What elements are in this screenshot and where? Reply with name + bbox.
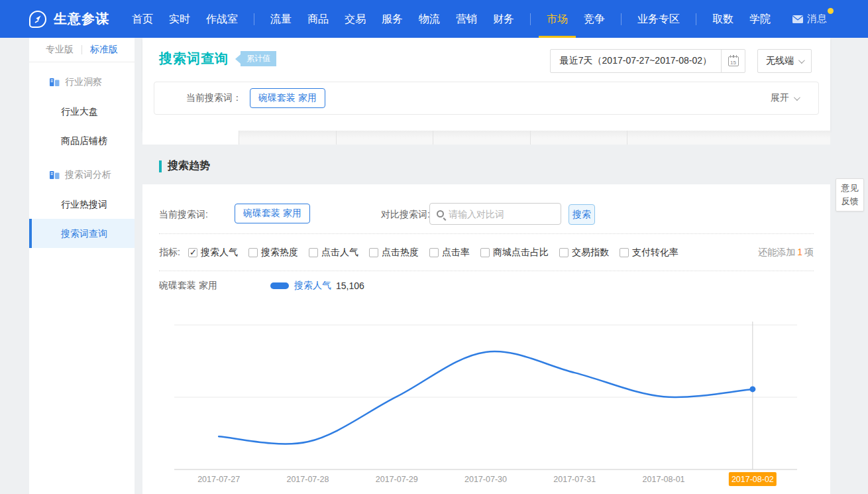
tag-arrow [235,54,241,64]
nav-item-realtime[interactable]: 实时 [161,0,198,38]
checkbox-checked-icon[interactable] [188,248,197,257]
nav-item-market-active[interactable]: 市场 [539,0,576,38]
legend-keyword: 碗碟套装 家用 [159,280,270,292]
sidebar-item-hot-search-words[interactable]: 行业热搜词 [29,190,135,219]
nav-item-trade[interactable]: 交易 [337,0,374,38]
nav-item-logistics[interactable]: 物流 [411,0,448,38]
current-search-word-label: 当前搜索词： [186,92,242,104]
svg-text:2017-07-31: 2017-07-31 [553,475,596,484]
top-navbar: 生意参谋 首页 实时 作战室 流量 商品 交易 服务 物流 营销 财务 市场 竞… [0,0,868,38]
chevron-down-icon [798,57,805,64]
sycm-logo-icon[interactable] [29,11,46,28]
tab-segment-active[interactable] [142,131,239,145]
compare-input[interactable] [449,209,548,219]
nav-item-competition[interactable]: 竞争 [576,0,613,38]
tab-segment[interactable] [433,131,530,145]
metrics-row: 指标: 搜索人气 搜索热度 点击人气 点击热度 点击率 商城点击占比 交易指数 … [159,243,814,263]
checkbox-icon[interactable] [559,248,569,257]
sidebar-item-industry-dashboard[interactable]: 行业大盘 [29,97,135,126]
metric-checkbox-click-popularity[interactable]: 点击人气 [309,247,358,259]
nav-item-service[interactable]: 服务 [374,0,411,38]
metric-checkbox-search-popularity[interactable]: 搜索人气 [188,247,238,259]
svg-text:2017-08-02: 2017-08-02 [732,475,774,484]
metric-checkbox-click-heat[interactable]: 点击热度 [369,247,419,259]
checkbox-icon[interactable] [429,248,439,257]
checkbox-icon[interactable] [309,248,318,257]
messages-button[interactable]: 消息 [792,13,834,25]
metric-checkbox-mall-click-share[interactable]: 商城点击占比 [480,247,549,259]
metric-checkbox-search-heat[interactable]: 搜索热度 [248,247,298,259]
cumulative-value-tag: 累计值 [235,51,276,66]
chevron-down-icon [794,94,800,101]
envelope-icon [792,15,803,23]
sidebar-item-goods-shop-rank[interactable]: 商品店铺榜 [29,126,135,155]
date-range-picker[interactable]: 最近7天（2017-07-27~2017-08-02） 15 [550,49,745,73]
nav-item-data-fetch[interactable]: 取数 [704,0,741,38]
nav-item-goods[interactable]: 商品 [299,0,337,38]
nav-divider [696,13,696,25]
date-range-text[interactable]: 最近7天（2017-07-27~2017-08-02） [551,55,721,67]
metrics-label: 指标: [159,247,180,259]
page-title: 搜索词查询 [159,50,229,68]
legend-series-value: 15,106 [336,280,364,291]
clipped-tab-strip [142,131,830,145]
trend-current-label: 当前搜索词: [159,203,208,225]
nav-item-warroom[interactable]: 作战室 [198,0,246,38]
brand-name[interactable]: 生意参谋 [54,10,109,28]
checkbox-icon[interactable] [248,248,258,257]
device-dropdown-value: 无线端 [766,55,794,67]
metric-checkbox-pay-conversion[interactable]: 支付转化率 [620,247,678,259]
expand-link[interactable]: 展开 [771,92,798,104]
compass-needle-icon [31,13,44,26]
sidebar-item-search-word-query[interactable]: 搜索词查询 [29,219,135,248]
legend-series-name[interactable]: 搜索人气 [294,280,331,292]
trend-keyword-chip[interactable]: 碗碟套装 家用 [235,204,310,223]
nav-item-home[interactable]: 首页 [124,0,161,38]
trend-search-row: 当前搜索词: 碗碟套装 家用 对比搜索词: 搜索 [159,203,814,227]
search-button[interactable]: 搜索 [569,204,595,225]
page-header-card: 搜索词查询 累计值 最近7天（2017-07-27~2017-08-02） 15… [142,38,830,131]
version-divider [81,45,82,54]
sidebar: 专业版 标准版 行业洞察 行业大盘 商品店铺榜 搜索词分析 行业热搜词 搜索词查… [29,38,135,494]
remaining-count: 1 [795,247,804,257]
nav-item-academy[interactable]: 学院 [741,0,779,38]
sidebar-group-industry-insight: 行业洞察 [29,68,135,97]
compare-label: 对比搜索词: [381,203,430,225]
svg-text:2017-07-30: 2017-07-30 [464,475,507,484]
dotted-divider [159,271,814,271]
tab-segment[interactable] [239,131,336,145]
search-trend-line-chart[interactable]: 2017-07-272017-07-282017-07-292017-07-30… [159,317,814,491]
dotted-divider [159,233,814,234]
nav-item-finance[interactable]: 财务 [485,0,522,38]
metric-checkbox-trade-index[interactable]: 交易指数 [559,247,609,259]
nav-item-marketing[interactable]: 营销 [448,0,485,38]
nav-item-traffic[interactable]: 流量 [262,0,299,38]
version-switcher: 专业版 标准版 [29,38,135,62]
version-standard-link[interactable]: 标准版 [90,44,118,56]
search-trend-card: 当前搜索词: 碗碟套装 家用 对比搜索词: 搜索 指标: 搜索人气 搜索热度 点… [142,184,830,494]
calendar-button[interactable]: 15 [721,49,745,73]
feedback-button[interactable]: 意见 反馈 [836,178,864,212]
tab-segment[interactable] [627,131,830,145]
app-root: 生意参谋 首页 实时 作战室 流量 商品 交易 服务 物流 营销 财务 市场 竞… [0,0,868,494]
legend-row: 碗碟套装 家用 搜索人气 15,106 [159,277,364,294]
ledger-icon [50,170,60,180]
tab-segment[interactable] [336,131,433,145]
notification-dot-badge [828,8,834,14]
sidebar-group-label: 行业洞察 [65,76,102,88]
section-title-bar [159,160,162,172]
checkbox-icon[interactable] [480,248,490,257]
version-pro-link[interactable]: 专业版 [46,44,74,56]
search-icon [437,210,444,217]
svg-text:2017-07-29: 2017-07-29 [376,475,418,484]
checkbox-icon[interactable] [620,248,629,257]
device-dropdown[interactable]: 无线端 [757,49,812,73]
tab-segment[interactable] [530,131,627,145]
metric-checkbox-click-rate[interactable]: 点击率 [429,247,470,259]
legend-line-marker[interactable] [270,282,289,289]
svg-text:2017-07-27: 2017-07-27 [197,475,240,484]
checkbox-icon[interactable] [369,248,378,257]
keyword-chip[interactable]: 碗碟套装 家用 [250,88,325,108]
remaining-addable-text: 还能添加1项 [758,247,814,259]
nav-item-business-zone[interactable]: 业务专区 [629,0,688,38]
